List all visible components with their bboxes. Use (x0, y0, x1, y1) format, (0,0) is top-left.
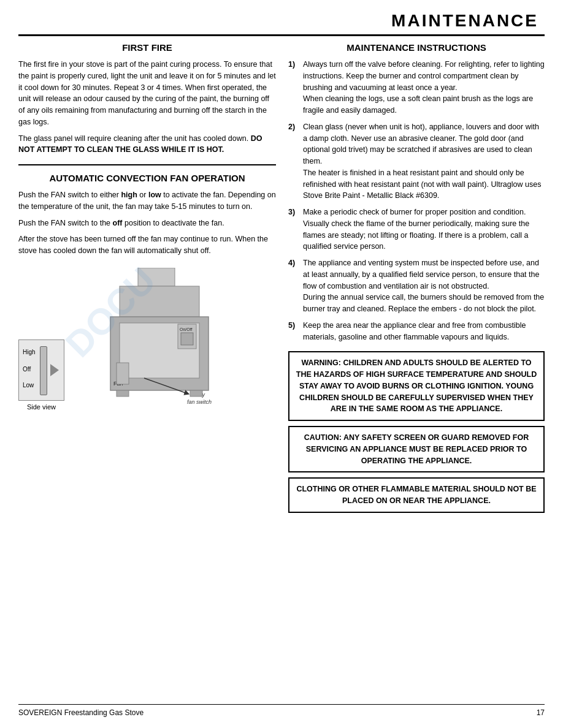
maintenance-list: 1) Always turn off the valve before clea… (288, 59, 545, 343)
caution-box-1: CAUTION: ANY SAFETY SCREEN OR GUARD REMO… (288, 426, 545, 472)
header: MAINTENANCE (0, 0, 563, 34)
svg-rect-0 (138, 268, 175, 286)
footer: SOVEREIGN Freestanding Gas Stove 17 (18, 704, 545, 717)
list-item: 5) Keep the area near the appliance clea… (288, 320, 545, 343)
arrow-icon (50, 364, 59, 376)
main-content: FIRST FIRE The first fire in your stove … (0, 42, 563, 513)
side-view-container: High Off Low Side view (18, 339, 64, 411)
svg-rect-8 (117, 363, 129, 384)
list-text-3: Make a periodic check of burner for prop… (303, 207, 545, 252)
page-title: MAINTENANCE (391, 11, 538, 30)
list-item: 2) Clean glass (never when unit is hot),… (288, 121, 545, 202)
list-num-4: 4) (288, 257, 299, 315)
page: DOCU MAINTENANCE FIRST FIRE The first fi… (0, 0, 563, 728)
list-num-2: 2) (288, 121, 299, 202)
convection-fan-heading: AUTOMATIC CONVECTION FAN OPERATION (18, 173, 276, 183)
caution-text-2: CLOTHING OR OTHER FLAMMABLE MATERIAL SHO… (296, 485, 536, 505)
footer-page-number: 17 (537, 708, 545, 717)
diagram-area: High Off Low Side view (18, 265, 276, 411)
list-num-3: 3) (288, 207, 299, 252)
warning-text-1: WARNING: CHILDREN AND ADULTS SHOULD BE A… (296, 358, 537, 413)
svg-text:On/Off: On/Off (180, 327, 193, 332)
svg-rect-13 (190, 390, 202, 396)
list-item: 3) Make a periodic check of burner for p… (288, 207, 545, 252)
first-fire-para1: The first fire in your stove is part of … (18, 59, 276, 128)
list-item: 1) Always turn off the valve before clea… (288, 59, 545, 116)
svg-rect-1 (120, 286, 199, 317)
switch-toggle-shape (40, 346, 47, 395)
low-label: Low (23, 382, 34, 389)
list-text-2: Clean glass (never when unit is hot), ap… (303, 121, 545, 202)
first-fire-para2: The glass panel will require cleaning af… (18, 133, 276, 156)
section-divider (18, 164, 276, 165)
warning-boxes: WARNING: CHILDREN AND ADULTS SHOULD BE A… (288, 351, 545, 513)
stove-svg: On/Off Fan 3 (71, 268, 248, 409)
list-text-5: Keep the area near the appliance clear a… (303, 320, 545, 343)
list-text-4: The appliance and venting system must be… (303, 257, 545, 315)
list-num-5: 5) (288, 320, 299, 343)
list-num-1: 1) (288, 59, 299, 116)
warning-box-1: WARNING: CHILDREN AND ADULTS SHOULD BE A… (288, 351, 545, 421)
convection-fan-section: AUTOMATIC CONVECTION FAN OPERATION Push … (18, 173, 276, 257)
svg-rect-6 (181, 333, 193, 345)
high-label: High (23, 349, 36, 355)
maintenance-instructions-heading: MAINTENANCE INSTRUCTIONS (288, 42, 545, 53)
first-fire-warning: DO NOT ATTEMPT TO CLEAN THE GLASS WHILE … (18, 134, 262, 154)
side-view-label: Side view (27, 403, 56, 411)
stove-diagram: On/Off Fan 3 (71, 268, 248, 411)
svg-rect-12 (117, 390, 129, 396)
list-text-1: Always turn off the valve before cleanin… (303, 59, 545, 116)
right-column: MAINTENANCE INSTRUCTIONS 1) Always turn … (288, 42, 545, 513)
caution-text-1: CAUTION: ANY SAFETY SCREEN OR GUARD REMO… (304, 433, 529, 465)
fan-para1: Push the FAN switch to either high or lo… (18, 189, 276, 213)
first-fire-heading: FIRST FIRE (18, 42, 276, 53)
off-label: Off (23, 366, 31, 373)
header-divider (18, 34, 545, 36)
svg-text:fan switch: fan switch (187, 399, 212, 405)
left-column: FIRST FIRE The first fire in your stove … (18, 42, 276, 513)
fan-para3: After the stove has been turned off the … (18, 233, 276, 257)
first-fire-section: FIRST FIRE The first fire in your stove … (18, 42, 276, 156)
list-item: 4) The appliance and venting system must… (288, 257, 545, 315)
fan-para2: Push the FAN switch to the off position … (18, 218, 276, 229)
caution-box-2: CLOTHING OR OTHER FLAMMABLE MATERIAL SHO… (288, 477, 545, 513)
side-view-panel: High Off Low (18, 339, 64, 401)
footer-left: SOVEREIGN Freestanding Gas Stove (18, 708, 144, 717)
